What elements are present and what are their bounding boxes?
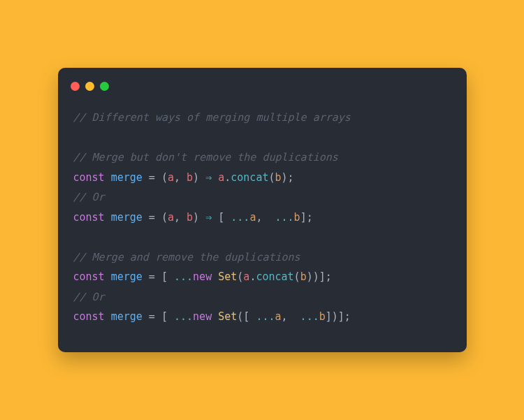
identifier: merge [111, 171, 143, 184]
class-name: Set [218, 310, 237, 323]
keyword-const: const [73, 310, 105, 323]
identifier: merge [111, 211, 143, 224]
identifier: b [275, 171, 282, 184]
param: a [168, 211, 174, 224]
spread: ... [294, 310, 319, 323]
identifier: merge [111, 270, 143, 283]
spread: ... [224, 211, 249, 224]
method: concat [256, 270, 293, 283]
param: b [187, 211, 193, 224]
comment-line: // Merge but don't remove the duplicatio… [73, 151, 338, 164]
identifier: b [319, 310, 326, 323]
param: a [168, 171, 174, 184]
close-icon[interactable] [71, 82, 80, 91]
code-block: // Different ways of merging multiple ar… [58, 101, 467, 327]
class-name: Set [218, 270, 237, 283]
identifier: b [294, 211, 300, 224]
spread: ... [268, 211, 293, 224]
spread: ... [168, 310, 193, 323]
param: b [187, 171, 193, 184]
window-titlebar [58, 82, 467, 101]
arrow: ⇒ [205, 211, 212, 224]
code-window: // Different ways of merging multiple ar… [58, 68, 467, 352]
identifier: a [218, 171, 224, 184]
zoom-icon[interactable] [100, 82, 109, 91]
comment-line: // Or [73, 291, 105, 303]
keyword-const: const [73, 270, 105, 283]
comment-line: // Different ways of merging multiple ar… [73, 111, 351, 124]
identifier: a [275, 310, 282, 323]
keyword-const: const [73, 211, 105, 224]
method: concat [231, 171, 268, 184]
keyword-new: new [193, 310, 212, 323]
spread: ... [249, 310, 275, 323]
comment-line: // Or [73, 191, 105, 203]
keyword-const: const [73, 171, 105, 184]
comment-line: // Merge and remove the duplications [73, 251, 300, 263]
arrow: ⇒ [205, 171, 212, 184]
identifier: merge [111, 310, 143, 323]
keyword-new: new [193, 270, 212, 283]
identifier: b [300, 270, 307, 283]
minimize-icon[interactable] [85, 82, 94, 91]
spread: ... [168, 270, 193, 283]
